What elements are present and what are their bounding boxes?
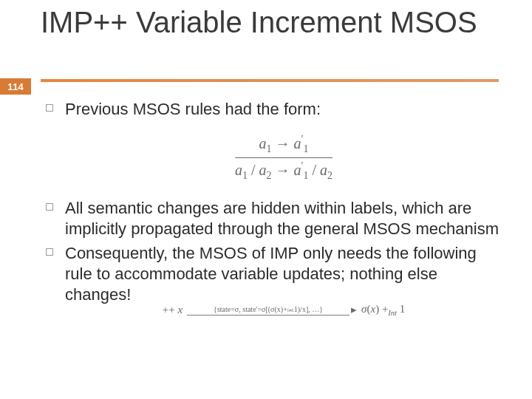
bullet-text-3: Consequently, the MSOS of IMP only needs… [65,244,477,304]
bullet-item-2: All semantic changes are hidden within l… [44,198,502,239]
formula1-denominator: a1 / a2 → a′1 / a2 [235,160,332,183]
formula2-left: ++ x [163,303,183,317]
rule-line [235,157,332,158]
bullet-list: Previous MSOS rules had the form: a1 → a… [44,99,502,318]
formula2-right: σ(x) +Int 1 [361,302,405,318]
slide-title: IMP++ Variable Increment MSOS [41,6,506,38]
labelled-arrow: {state=σ, state'=σ[(σ(x)+ᵢₙₜ1)/x], …} [187,305,349,316]
inference-rule-1: a1 → a′1 a1 / a2 → a′1 / a2 [235,133,332,182]
formula1-numerator: a1 → a′1 [259,133,308,156]
arrow-head-icon: ▸ [351,303,357,317]
bullet-text-2: All semantic changes are hidden within l… [65,199,499,238]
bullet-item-3: Consequently, the MSOS of IMP only needs… [44,243,502,318]
inference-rule-2: ++ x {state=σ, state'=σ[(σ(x)+ᵢₙₜ1)/x], … [163,302,406,318]
bullet-text-1: Previous MSOS rules had the form: [65,100,321,118]
arrow-line [187,315,349,316]
slide: IMP++ Variable Increment MSOS 114 Previo… [0,0,532,399]
formula2-label: {state=σ, state'=σ[(σ(x)+ᵢₙₜ1)/x], …} [214,305,323,315]
slide-body: Previous MSOS rules had the form: a1 → a… [44,99,502,321]
title-underline [41,79,499,82]
formula-1: a1 → a′1 a1 / a2 → a′1 / a2 [65,133,502,182]
slide-number-badge: 114 [0,78,31,95]
formula-2: ++ x {state=σ, state'=σ[(σ(x)+ᵢₙₜ1)/x], … [65,302,502,318]
bullet-item-1: Previous MSOS rules had the form: a1 → a… [44,99,502,182]
